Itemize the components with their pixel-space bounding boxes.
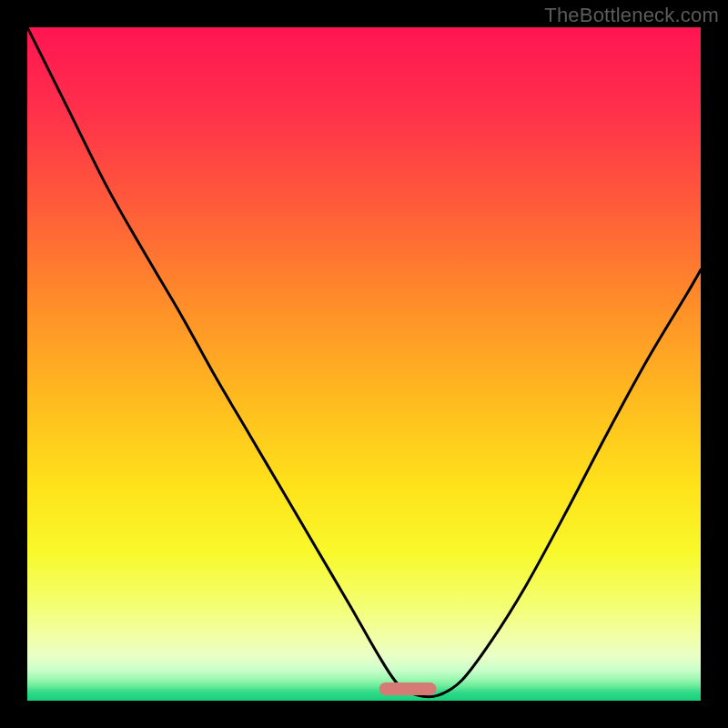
svg-rect-1: [379, 682, 437, 695]
optimal-marker: [27, 27, 701, 701]
watermark-text: TheBottleneck.com: [544, 4, 719, 27]
chart-frame: TheBottleneck.com: [0, 0, 728, 728]
plot-area: [27, 27, 701, 701]
